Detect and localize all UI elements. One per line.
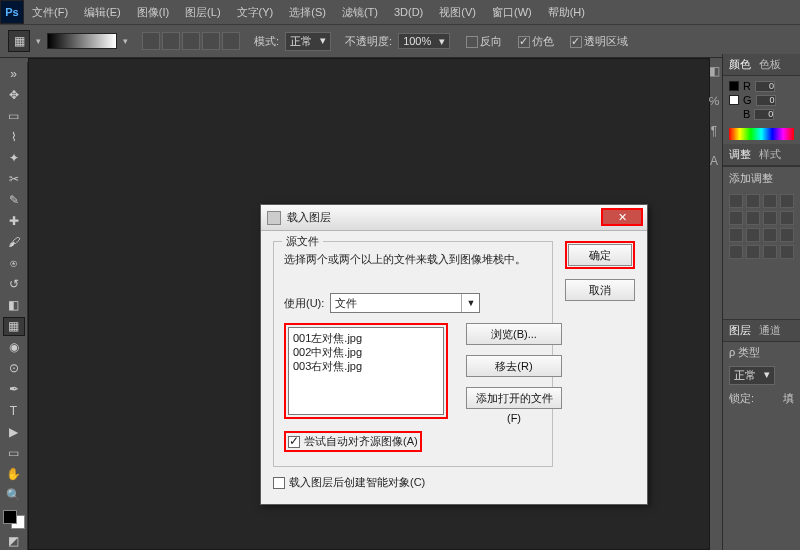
blend-mode-select[interactable]: 正常 <box>729 366 775 385</box>
adj-icon[interactable] <box>746 211 760 225</box>
type-tool-icon[interactable]: T <box>3 401 25 420</box>
adj-icon[interactable] <box>729 194 743 208</box>
gradient-radial-icon[interactable] <box>162 32 180 50</box>
tab-color[interactable]: 颜色 <box>729 57 751 72</box>
list-item[interactable]: 002中对焦.jpg <box>293 345 439 359</box>
menu-3d[interactable]: 3D(D) <box>386 0 431 24</box>
auto-align-label: 尝试自动对齐源图像(A) <box>304 434 418 449</box>
move-tool-icon[interactable]: ✥ <box>3 85 25 104</box>
opacity-select[interactable]: 100% <box>398 33 450 49</box>
toolbox: » ✥ ▭ ⌇ ✦ ✂ ✎ ✚ 🖌 ⍟ ↺ ◧ ▦ ◉ ⊙ ✒ T ▶ ▭ ✋ … <box>0 62 28 550</box>
shape-tool-icon[interactable]: ▭ <box>3 443 25 462</box>
menu-type[interactable]: 文字(Y) <box>229 0 282 24</box>
add-open-button[interactable]: 添加打开的文件(F) <box>466 387 562 409</box>
eraser-tool-icon[interactable]: ◧ <box>3 296 25 315</box>
pen-tool-icon[interactable]: ✒ <box>3 380 25 399</box>
adj-icon[interactable] <box>780 245 794 259</box>
adj-icon[interactable] <box>746 245 760 259</box>
mode-select[interactable]: 正常 <box>285 32 331 51</box>
gradient-sample[interactable] <box>47 33 117 49</box>
color-panel: R G B <box>723 76 800 126</box>
lock-label: 锁定: <box>729 391 754 406</box>
fgbg-swatch[interactable] <box>3 510 25 529</box>
list-item[interactable]: 001左对焦.jpg <box>293 331 439 345</box>
bg-swatch-icon[interactable] <box>729 95 739 105</box>
paragraph-panel-icon[interactable]: A <box>706 154 722 170</box>
brush-tool-icon[interactable]: 🖌 <box>3 233 25 252</box>
list-item[interactable]: 003右对焦.jpg <box>293 359 439 373</box>
tab-styles[interactable]: 样式 <box>759 147 781 162</box>
g-input[interactable] <box>756 95 776 106</box>
adj-icon[interactable] <box>746 194 760 208</box>
cancel-button[interactable]: 取消 <box>565 279 635 301</box>
healing-tool-icon[interactable]: ✚ <box>3 211 25 230</box>
dialog-close-button[interactable]: ✕ <box>601 208 643 226</box>
properties-panel-icon[interactable]: ℅ <box>706 94 722 110</box>
adj-icon[interactable] <box>729 211 743 225</box>
quickmask-icon[interactable]: ◩ <box>3 531 25 550</box>
path-select-tool-icon[interactable]: ▶ <box>3 422 25 441</box>
character-panel-icon[interactable]: ¶ <box>706 124 722 140</box>
menu-file[interactable]: 文件(F) <box>24 0 76 24</box>
gradient-reflected-icon[interactable] <box>202 32 220 50</box>
adj-icon[interactable] <box>729 245 743 259</box>
eyedropper-tool-icon[interactable]: ✎ <box>3 190 25 209</box>
menu-edit[interactable]: 编辑(E) <box>76 0 129 24</box>
b-input[interactable] <box>754 109 774 120</box>
smart-object-checkbox[interactable] <box>273 477 285 489</box>
gradient-diamond-icon[interactable] <box>222 32 240 50</box>
gradient-tool-icon[interactable]: ▦ <box>8 30 30 52</box>
marquee-tool-icon[interactable]: ▭ <box>3 106 25 125</box>
browse-button[interactable]: 浏览(B)... <box>466 323 562 345</box>
gradient-linear-icon[interactable] <box>142 32 160 50</box>
menu-layer[interactable]: 图层(L) <box>177 0 228 24</box>
blur-tool-icon[interactable]: ◉ <box>3 338 25 357</box>
adj-icon[interactable] <box>780 194 794 208</box>
tab-adjustments[interactable]: 调整 <box>729 147 751 162</box>
ok-button[interactable]: 确定 <box>568 244 632 266</box>
tab-layers[interactable]: 图层 <box>729 323 751 338</box>
menu-view[interactable]: 视图(V) <box>431 0 484 24</box>
dodge-tool-icon[interactable]: ⊙ <box>3 359 25 378</box>
history-panel-icon[interactable]: ◧ <box>706 64 722 80</box>
menu-window[interactable]: 窗口(W) <box>484 0 540 24</box>
menu-image[interactable]: 图像(I) <box>129 0 177 24</box>
zoom-tool-icon[interactable]: 🔍 <box>3 485 25 504</box>
tab-swatches[interactable]: 色板 <box>759 57 781 72</box>
adj-icon[interactable] <box>780 211 794 225</box>
hand-tool-icon[interactable]: ✋ <box>3 464 25 483</box>
lasso-tool-icon[interactable]: ⌇ <box>3 127 25 146</box>
use-select[interactable]: 文件 ▼ <box>330 293 480 313</box>
tool-preset-chevron-icon[interactable]: ▾ <box>36 36 41 46</box>
toolbox-handle-icon[interactable]: » <box>3 64 25 83</box>
menu-filter[interactable]: 滤镜(T) <box>334 0 386 24</box>
file-list[interactable]: 001左对焦.jpg 002中对焦.jpg 003右对焦.jpg <box>288 327 444 415</box>
adj-icon[interactable] <box>780 228 794 242</box>
adj-icon[interactable] <box>763 245 777 259</box>
crop-tool-icon[interactable]: ✂ <box>3 169 25 188</box>
gradient-tool-icon-tb[interactable]: ▦ <box>3 317 25 336</box>
adj-icon[interactable] <box>729 228 743 242</box>
gradient-picker-chevron-icon[interactable]: ▾ <box>123 36 128 46</box>
adj-icon[interactable] <box>763 211 777 225</box>
remove-button[interactable]: 移去(R) <box>466 355 562 377</box>
tab-channels[interactable]: 通道 <box>759 323 781 338</box>
adj-icon[interactable] <box>763 228 777 242</box>
reverse-checkbox[interactable]: 反向 <box>466 34 502 49</box>
quick-select-tool-icon[interactable]: ✦ <box>3 148 25 167</box>
fg-swatch-icon[interactable] <box>729 81 739 91</box>
transparent-checkbox[interactable]: 透明区域 <box>570 34 628 49</box>
stamp-tool-icon[interactable]: ⍟ <box>3 254 25 273</box>
adj-icon[interactable] <box>763 194 777 208</box>
dither-checkbox[interactable]: 仿色 <box>518 34 554 49</box>
r-input[interactable] <box>755 81 775 92</box>
menu-help[interactable]: 帮助(H) <box>540 0 593 24</box>
right-icon-column: ◧ ℅ ¶ A <box>706 58 722 170</box>
dialog-titlebar[interactable]: 载入图层 ✕ <box>261 205 647 231</box>
history-brush-tool-icon[interactable]: ↺ <box>3 275 25 294</box>
auto-align-checkbox[interactable] <box>288 436 300 448</box>
adj-icon[interactable] <box>746 228 760 242</box>
gradient-angle-icon[interactable] <box>182 32 200 50</box>
color-spectrum[interactable] <box>729 128 794 140</box>
menu-select[interactable]: 选择(S) <box>281 0 334 24</box>
